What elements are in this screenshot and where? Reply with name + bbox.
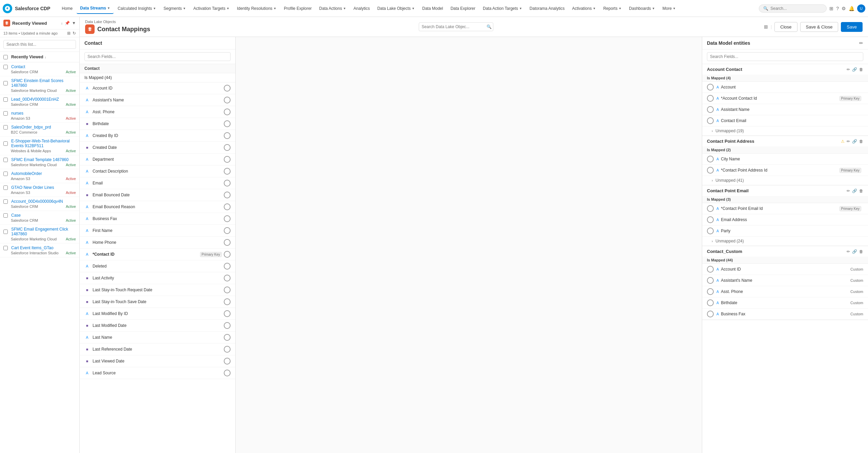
sidebar-dropdown-icon[interactable]: ▼ xyxy=(72,21,76,25)
sidebar-pin-icon[interactable]: 📌 xyxy=(65,21,70,25)
field-connector-dot[interactable] xyxy=(224,287,231,293)
nav-activation-targets[interactable]: Activation Targets ▼ xyxy=(190,3,233,14)
sidebar-item[interactable]: Lead_00D4V000001EnHZ Salesforce CRM Acti… xyxy=(0,95,79,109)
right-field-connector[interactable] xyxy=(707,106,714,113)
right-panel-edit-icon[interactable]: ✏ xyxy=(859,40,863,46)
entity-delete-icon[interactable]: 🗑 xyxy=(859,189,863,193)
field-connector-dot[interactable] xyxy=(224,298,231,305)
sidebar-search-input[interactable] xyxy=(3,40,76,49)
nav-reports[interactable]: Reports ▼ xyxy=(600,3,625,14)
field-connector-dot[interactable] xyxy=(224,144,231,151)
sidebar-item[interactable]: SFMC Email Template 1487860 Salesforce M… xyxy=(0,155,79,169)
field-row[interactable]: ■ Last Activity xyxy=(80,272,235,284)
entity-edit-icon[interactable]: ✏ xyxy=(847,249,850,254)
field-row[interactable]: A Email Bounced Reason xyxy=(80,201,235,213)
field-row[interactable]: A *Contact ID Primary Key xyxy=(80,249,235,260)
sidebar-item-checkbox[interactable] xyxy=(3,65,8,69)
sidebar-item[interactable]: Account_00D4x000006qv4N Salesforce CRM A… xyxy=(0,197,79,211)
close-button[interactable]: Close xyxy=(774,22,797,32)
field-row[interactable]: ■ Email Bounced Date xyxy=(80,189,235,201)
sidebar-item[interactable]: SFMC Einstein Email Scores 1487860 Sales… xyxy=(0,76,79,95)
right-field-connector[interactable] xyxy=(707,266,714,273)
field-row[interactable]: ■ Last Referenced Date xyxy=(80,343,235,355)
field-connector-dot[interactable] xyxy=(224,251,231,258)
nav-segments[interactable]: Segments ▼ xyxy=(160,3,189,14)
save-button[interactable]: Save xyxy=(841,22,863,32)
field-row[interactable]: A Department xyxy=(80,154,235,165)
field-row[interactable]: A Contact Description xyxy=(80,165,235,177)
question-icon[interactable]: ? xyxy=(836,6,839,11)
entity-edit-icon[interactable]: ✏ xyxy=(847,139,850,144)
field-connector-dot[interactable] xyxy=(224,192,231,198)
sidebar-refresh-icon[interactable]: ↻ xyxy=(73,31,76,36)
field-row[interactable]: A Assistant's Name xyxy=(80,94,235,106)
right-field-connector[interactable] xyxy=(707,156,714,162)
right-field-connector[interactable] xyxy=(707,277,714,284)
field-connector-dot[interactable] xyxy=(224,203,231,210)
unmapped-row[interactable]: › Unmapped (24) xyxy=(702,237,868,246)
sidebar-item[interactable]: AutomobileOrder Amazon S3 Active xyxy=(0,169,79,183)
sidebar-grid-icon[interactable]: ⊞ xyxy=(67,31,71,36)
field-row[interactable]: A Created By ID xyxy=(80,130,235,142)
nav-home[interactable]: Home xyxy=(58,3,76,14)
field-connector-dot[interactable] xyxy=(224,346,231,353)
nav-data-model[interactable]: Data Model xyxy=(419,3,446,14)
field-connector-dot[interactable] xyxy=(224,275,231,281)
entity-delete-icon[interactable]: 🗑 xyxy=(859,67,863,72)
sidebar-item-checkbox[interactable] xyxy=(3,246,8,250)
field-connector-dot[interactable] xyxy=(224,215,231,222)
field-row[interactable]: ■ Last Stay-in-Touch Save Date xyxy=(80,296,235,308)
field-connector-dot[interactable] xyxy=(224,239,231,246)
entity-header[interactable]: Contact_Custom ✏ 🔗 🗑 xyxy=(702,246,868,257)
data-lake-search-input[interactable] xyxy=(419,22,493,31)
user-avatar[interactable]: U xyxy=(857,4,865,13)
right-field-connector[interactable] xyxy=(707,311,714,317)
field-connector-dot[interactable] xyxy=(224,156,231,163)
sidebar-item-checkbox[interactable] xyxy=(3,230,8,234)
right-field-connector[interactable] xyxy=(707,84,714,91)
right-field-connector[interactable] xyxy=(707,299,714,306)
field-row[interactable]: A Home Phone xyxy=(80,237,235,249)
field-row[interactable]: A Email xyxy=(80,177,235,189)
right-search-input[interactable] xyxy=(707,52,863,61)
nav-data-lake-objects[interactable]: Data Lake Objects ▼ xyxy=(374,3,418,14)
entity-delete-icon[interactable]: 🗑 xyxy=(859,139,863,144)
nav-dashboards[interactable]: Dashboards ▼ xyxy=(626,3,658,14)
right-field-connector[interactable] xyxy=(707,117,714,124)
nav-identity-resolutions[interactable]: Identity Resolutions ▼ xyxy=(234,3,280,14)
right-field-connector[interactable] xyxy=(707,228,714,234)
field-row[interactable]: A Deleted xyxy=(80,260,235,272)
field-connector-dot[interactable] xyxy=(224,180,231,186)
entity-header[interactable]: Account Contact ✏ 🔗 🗑 xyxy=(702,64,868,75)
sidebar-item-checkbox[interactable] xyxy=(3,172,8,176)
field-row[interactable]: A Lead Source xyxy=(80,367,235,379)
sidebar-item[interactable]: nurses Amazon S3 Active xyxy=(0,109,79,123)
sidebar-item-checkbox[interactable] xyxy=(3,81,8,85)
field-row[interactable]: ■ Last Viewed Date xyxy=(80,355,235,367)
entity-edit-icon[interactable]: ✏ xyxy=(847,189,850,193)
settings-icon[interactable]: ⚙ xyxy=(842,6,846,11)
entity-edit-icon[interactable]: ✏ xyxy=(847,67,850,72)
right-field-connector[interactable] xyxy=(707,216,714,223)
field-row[interactable]: A Last Name xyxy=(80,332,235,343)
sidebar-item-checkbox[interactable] xyxy=(3,141,8,146)
field-connector-dot[interactable] xyxy=(224,109,231,115)
unmapped-row[interactable]: › Unmapped (41) xyxy=(702,176,868,185)
grid-icon[interactable]: ⊞ xyxy=(829,6,833,11)
field-connector-dot[interactable] xyxy=(224,263,231,270)
entity-link-icon[interactable]: 🔗 xyxy=(852,139,857,144)
sidebar-item[interactable]: Contact Salesforce CRM Active xyxy=(0,62,79,76)
field-connector-dot[interactable] xyxy=(224,310,231,317)
save-close-button[interactable]: Save & Close xyxy=(800,22,839,32)
field-row[interactable]: A Account ID xyxy=(80,82,235,94)
search-input[interactable] xyxy=(770,6,822,11)
field-row[interactable]: A Asst. Phone xyxy=(80,106,235,118)
field-row[interactable]: A Business Fax xyxy=(80,213,235,225)
field-row[interactable]: ■ Created Date xyxy=(80,142,235,154)
entity-header[interactable]: Contact Point Address ⚠ ✏ 🔗 🗑 xyxy=(702,136,868,146)
entity-link-icon[interactable]: 🔗 xyxy=(852,249,857,254)
nav-data-streams[interactable]: Data Streams ▼ xyxy=(77,3,114,14)
entity-link-icon[interactable]: 🔗 xyxy=(852,189,857,193)
nav-analytics[interactable]: Analytics xyxy=(350,3,373,14)
nav-data-actions[interactable]: Data Actions ▼ xyxy=(316,3,349,14)
